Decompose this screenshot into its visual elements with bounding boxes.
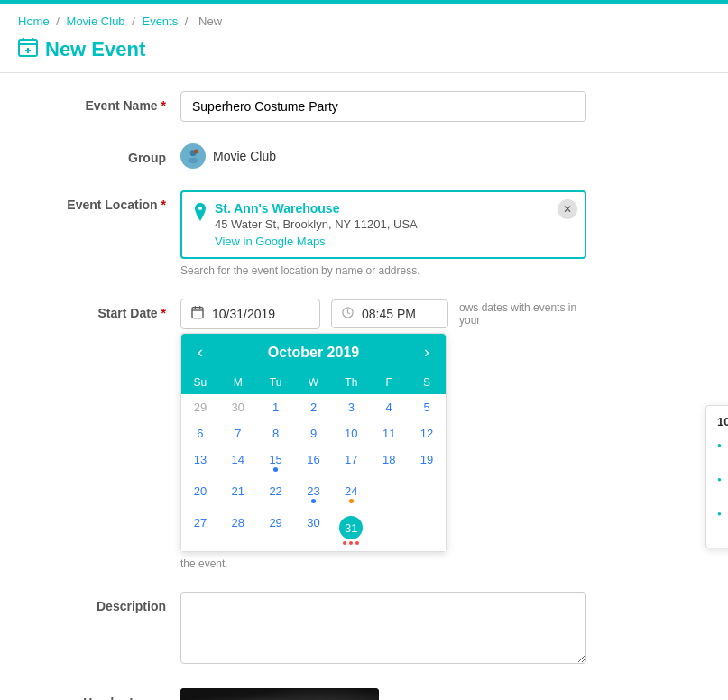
group-row: Group Movie Club: [36, 143, 692, 169]
end-date-helper: the event.: [180, 557, 692, 570]
event-item-3: ● Horror movie marathon Thu 8:30 PM: [717, 504, 728, 531]
location-name: St. Ann's Warehouse: [215, 201, 418, 216]
breadcrumb-home[interactable]: Home: [18, 14, 50, 28]
date-helper-text: ows dates with events in your: [459, 301, 594, 327]
day-su: Su: [181, 371, 219, 394]
cal-day[interactable]: 8: [257, 420, 295, 447]
cal-day[interactable]: 27: [181, 510, 219, 551]
location-details: St. Ann's Warehouse 45 Water St, Brookly…: [215, 201, 418, 248]
location-address: 45 Water St, Brooklyn, NY 11201, USA: [215, 217, 418, 231]
cal-day[interactable]: 10: [332, 420, 370, 447]
date-input-box[interactable]: 10/31/2019: [180, 299, 320, 329]
calendar-header: ‹ October 2019 ›: [181, 334, 446, 371]
description-wrap: [180, 592, 692, 667]
location-clear-button[interactable]: ✕: [558, 199, 577, 219]
cal-day[interactable]: 2: [295, 394, 333, 420]
day-tu: Tu: [257, 371, 295, 394]
date-wrap: 10/31/2019 08:45 PM ows dates with event…: [180, 299, 692, 570]
header-image-row: Header Image: [36, 688, 692, 700]
location-row: Event Location ✕ St. Ann's Warehouse 45 …: [36, 190, 692, 277]
event-item-2: ● Halloween Concert 🎃 Thu 7:30 PM: [717, 470, 728, 497]
breadcrumb-events[interactable]: Events: [142, 14, 178, 28]
cal-day[interactable]: 9: [295, 420, 333, 447]
cal-day[interactable]: 29: [181, 394, 219, 420]
cal-day[interactable]: 30: [219, 394, 257, 420]
calendar-popup: ‹ October 2019 › Su M Tu W Th F S: [180, 333, 692, 552]
svg-point-7: [188, 158, 198, 164]
event-name-input[interactable]: [180, 91, 586, 122]
event-name-row: Event Name: [36, 91, 692, 122]
cal-day[interactable]: 14: [219, 447, 257, 478]
event-name-wrap: [180, 91, 692, 122]
cal-day[interactable]: 17: [332, 447, 370, 478]
cal-day[interactable]: 23: [295, 478, 333, 510]
header-image-label: Header Image: [36, 688, 180, 700]
day-th: Th: [332, 371, 370, 394]
svg-rect-9: [192, 308, 203, 318]
day-w: W: [295, 371, 333, 394]
page-title: New Event: [45, 38, 145, 61]
header-image-wrap: [180, 688, 692, 700]
new-event-icon: [18, 37, 38, 61]
events-popup-title: 10/31/2019 Events: [717, 415, 728, 428]
form-body: Event Name Group Movie Club Event Locati…: [0, 73, 728, 700]
cal-day[interactable]: 22: [257, 478, 295, 510]
cal-day[interactable]: 18: [370, 447, 408, 478]
cal-day[interactable]: [370, 510, 408, 551]
clock-icon: [341, 306, 355, 322]
location-wrap: ✕ St. Ann's Warehouse 45 Water St, Brook…: [180, 190, 692, 277]
description-input[interactable]: [180, 592, 586, 664]
cal-day[interactable]: 19: [408, 447, 446, 478]
location-top: St. Ann's Warehouse 45 Water St, Brookly…: [193, 201, 574, 248]
location-map-link[interactable]: View in Google Maps: [215, 235, 418, 248]
start-date-label: Start Date: [36, 299, 180, 320]
cal-day[interactable]: 29: [257, 510, 295, 551]
cal-day[interactable]: 7: [219, 420, 257, 447]
cal-day[interactable]: [370, 478, 408, 510]
cal-day[interactable]: 30: [295, 510, 333, 551]
location-pin-icon: [193, 203, 207, 226]
calendar-grid: 29 30 1 2 3 4 5 6 7 8 9 10 11 1: [181, 394, 446, 551]
description-label: Description: [36, 592, 180, 613]
breadcrumb-new: New: [198, 14, 222, 28]
cal-day[interactable]: 24: [332, 478, 370, 510]
time-input-box[interactable]: 08:45 PM: [331, 299, 448, 328]
cal-day[interactable]: 12: [408, 420, 446, 447]
event-item-1: ● Spooky Dance Party Thu 5:45 PM: [717, 436, 728, 463]
event-name-label: Event Name: [36, 91, 180, 113]
cal-day[interactable]: 4: [370, 394, 408, 420]
calendar-month-year: October 2019: [268, 345, 359, 361]
cal-day[interactable]: 6: [181, 420, 219, 447]
day-m: M: [219, 371, 257, 394]
cal-day[interactable]: 21: [219, 478, 257, 510]
calendar-prev-button[interactable]: ‹: [194, 343, 207, 362]
cal-day[interactable]: 16: [295, 447, 333, 478]
cal-day[interactable]: 11: [370, 420, 408, 447]
description-row: Description: [36, 592, 692, 667]
location-box: ✕ St. Ann's Warehouse 45 Water St, Brook…: [180, 190, 586, 259]
day-s: S: [408, 371, 446, 394]
breadcrumb-movie-club[interactable]: Movie Club: [67, 14, 125, 28]
event-name-1: ● Spooky Dance Party: [717, 436, 728, 450]
group-wrap: Movie Club: [180, 143, 692, 169]
cal-day[interactable]: 5: [408, 394, 446, 420]
calendar-icon: [190, 305, 205, 323]
cal-day[interactable]: 28: [219, 510, 257, 551]
cal-day[interactable]: 15: [257, 447, 295, 478]
calendar-next-button[interactable]: ›: [420, 343, 433, 362]
cal-day[interactable]: 3: [332, 394, 370, 420]
breadcrumb: Home / Movie Club / Events / New: [0, 4, 728, 33]
location-hint: Search for the event location by name or…: [180, 264, 692, 277]
cal-day[interactable]: 1: [257, 394, 295, 420]
cal-day[interactable]: 20: [181, 478, 219, 510]
cal-day[interactable]: 13: [181, 447, 219, 478]
day-f: F: [370, 371, 408, 394]
cal-day[interactable]: [408, 510, 446, 551]
cal-day-selected[interactable]: 31: [332, 510, 370, 551]
cal-day[interactable]: [408, 478, 446, 510]
header-image-preview: [180, 688, 379, 700]
group-label: Group: [36, 143, 180, 165]
event-name-2: ● Halloween Concert 🎃: [717, 470, 728, 484]
calendar-days-header: Su M Tu W Th F S: [181, 371, 446, 394]
time-value: 08:45 PM: [362, 307, 416, 321]
